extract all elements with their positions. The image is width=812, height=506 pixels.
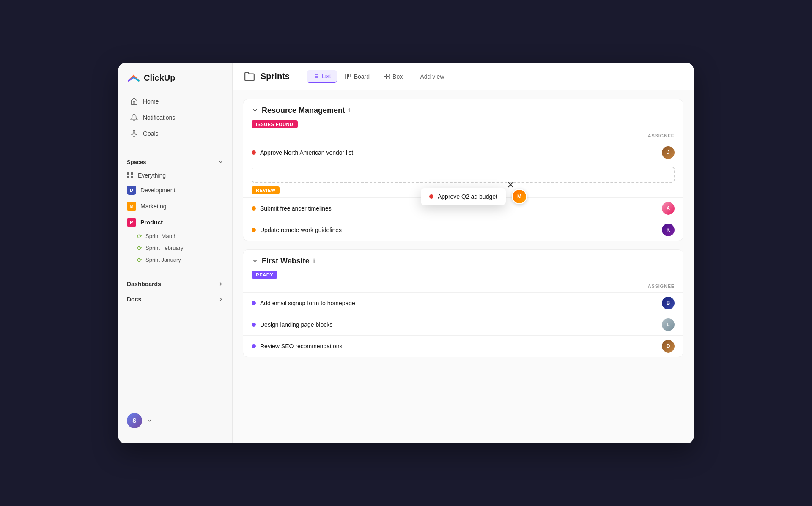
clickup-logo-icon (127, 71, 140, 85)
sidebar-item-development[interactable]: D Development (118, 182, 232, 198)
nav-goals[interactable]: Goals (122, 126, 229, 142)
sprint-january-label: Sprint January (145, 257, 181, 263)
page-title: Sprints (261, 71, 290, 81)
task-name: Submit freelancer timelines (260, 205, 332, 212)
task-left: Review SEO recommendations (252, 343, 343, 350)
task-row[interactable]: Add email signup form to homepage B (243, 292, 683, 314)
sidebar-item-docs[interactable]: Docs (118, 292, 232, 307)
main-content: Sprints List Board (233, 63, 694, 443)
sprint-march-icon: ⟳ (137, 233, 142, 240)
rm-info-icon[interactable]: ℹ (348, 107, 351, 114)
task-row[interactable]: Review SEO recommendations D (243, 335, 683, 357)
board-icon (345, 73, 351, 80)
tab-list-label: List (322, 73, 331, 79)
home-icon (130, 98, 138, 105)
user-chevron-icon (146, 418, 152, 424)
task-name: Review SEO recommendations (260, 343, 343, 350)
task-name: Approve North American vendor list (260, 149, 353, 156)
nav-notifications-label: Notifications (143, 114, 175, 121)
sidebar-item-dashboards[interactable]: Dashboards (118, 276, 232, 292)
task-row[interactable]: Submit freelancer timelines A (243, 197, 683, 219)
rm-assignee-header: ASSIGNEE (243, 131, 683, 142)
task-left: Design landing page blocks (252, 321, 332, 328)
user-initial: S (132, 417, 136, 424)
box-icon (383, 73, 390, 80)
sidebar-item-marketing[interactable]: M Marketing (118, 198, 232, 214)
sidebar: ClickUp Home Notifications Goals Spaces (118, 63, 233, 443)
task-dot-purple (252, 344, 256, 348)
sidebar-item-product[interactable]: P Product (118, 214, 232, 230)
svg-rect-10 (384, 77, 386, 79)
section-rm-header: Resource Management ℹ (243, 99, 683, 120)
dashboards-chevron-icon (218, 281, 224, 287)
task-dot-red (252, 150, 256, 155)
fw-info-icon[interactable]: ℹ (313, 257, 315, 264)
task-left: Add email signup form to homepage (252, 300, 355, 306)
tab-board[interactable]: Board (339, 71, 376, 82)
rm-collapse-icon[interactable] (252, 107, 258, 114)
sprint-january-icon: ⟳ (137, 257, 142, 263)
sidebar-item-sprint-march[interactable]: ⟳ Sprint March (118, 230, 232, 242)
development-icon: D (127, 186, 136, 195)
tab-box-label: Box (392, 73, 403, 80)
content-area: Resource Management ℹ ISSUES FOUND ASSIG… (233, 90, 694, 443)
task-assignee-avatar: A (662, 202, 675, 215)
marketing-label: Marketing (140, 203, 166, 210)
task-row[interactable]: Design landing page blocks L (243, 314, 683, 335)
ready-badge: READY (252, 271, 277, 279)
docs-label: Docs (127, 296, 141, 303)
task-name: Design landing page blocks (260, 321, 332, 328)
review-badge: REVIEW (252, 186, 280, 194)
svg-rect-7 (348, 74, 351, 77)
task-dot-purple (252, 323, 256, 327)
section-first-website: First Website ℹ READY ASSIGNEE Add email… (243, 249, 683, 357)
user-area[interactable]: S (118, 406, 232, 435)
svg-rect-8 (384, 74, 386, 76)
tab-list[interactable]: List (307, 70, 337, 83)
task-left: Submit freelancer timelines (252, 205, 332, 212)
grid-icon (127, 172, 134, 179)
task-dot-orange (252, 206, 256, 211)
trophy-icon (130, 130, 138, 137)
task-row[interactable]: Update remote work guidelines K (243, 219, 683, 241)
sidebar-item-everything[interactable]: Everything (118, 169, 232, 182)
tab-board-label: Board (354, 73, 370, 80)
sprint-february-label: Sprint February (145, 245, 184, 251)
development-label: Development (140, 187, 176, 194)
task-assignee-avatar: K (662, 224, 675, 236)
bell-icon (130, 114, 138, 121)
nav-notifications[interactable]: Notifications (122, 109, 229, 126)
task-dot-purple (252, 301, 256, 305)
tab-box[interactable]: Box (377, 71, 409, 82)
product-icon: P (127, 218, 136, 227)
list-icon (313, 73, 319, 79)
task-assignee-avatar: L (662, 318, 675, 331)
everything-label: Everything (138, 172, 166, 179)
sidebar-divider-2 (127, 271, 224, 271)
spaces-section-label: Spaces (118, 152, 232, 169)
sidebar-item-sprint-february[interactable]: ⟳ Sprint February (118, 242, 232, 254)
sprint-february-icon: ⟳ (137, 245, 142, 252)
add-view-button[interactable]: + Add view (410, 71, 449, 82)
task-dot-orange (252, 228, 256, 232)
sidebar-item-sprint-january[interactable]: ⟳ Sprint January (118, 254, 232, 266)
nav-home[interactable]: Home (122, 93, 229, 109)
product-label: Product (140, 219, 163, 226)
section-fw-header: First Website ℹ (243, 250, 683, 271)
task-name: Update remote work guidelines (260, 227, 342, 233)
user-avatar: S (127, 413, 142, 428)
issues-badge: ISSUES FOUND (252, 120, 298, 128)
docs-chevron-icon (218, 296, 224, 302)
top-bar: Sprints List Board (233, 63, 694, 90)
task-row[interactable]: Approve North American vendor list J (243, 142, 683, 163)
section-resource-management: Resource Management ℹ ISSUES FOUND ASSIG… (243, 99, 683, 241)
svg-rect-11 (387, 77, 389, 79)
sidebar-divider-1 (127, 147, 224, 147)
task-name: Add email signup form to homepage (260, 300, 355, 306)
svg-rect-6 (346, 74, 348, 79)
task-left: Update remote work guidelines (252, 227, 342, 233)
fw-collapse-icon[interactable] (252, 257, 258, 264)
task-left: Approve North American vendor list (252, 149, 353, 156)
marketing-icon: M (127, 202, 136, 211)
view-tabs: List Board Box + Add view (307, 70, 449, 83)
